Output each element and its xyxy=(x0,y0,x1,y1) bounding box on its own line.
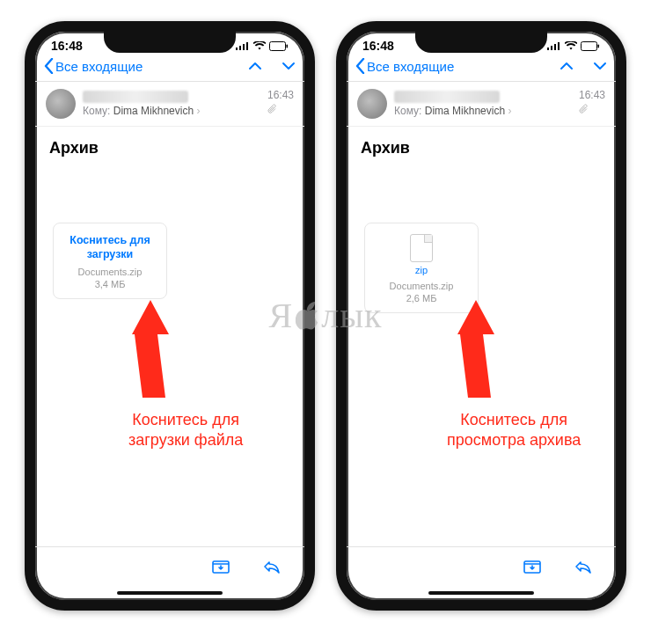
attachment-icon xyxy=(267,104,294,114)
message-header[interactable]: Кому: Dima Mikhnevich › 16:43 xyxy=(35,82,304,127)
annotation-caption: Коснитесь для загрузки файла xyxy=(128,410,243,451)
svg-rect-12 xyxy=(598,44,600,48)
chevron-left-icon xyxy=(355,58,365,74)
message-header[interactable]: Кому: Dima Mikhnevich › 16:43 xyxy=(347,82,616,127)
status-icons xyxy=(547,39,600,53)
home-indicator[interactable] xyxy=(117,591,223,595)
status-icons xyxy=(236,39,289,53)
attachment-icon xyxy=(579,104,605,114)
archive-button[interactable] xyxy=(211,558,230,575)
signal-icon xyxy=(236,41,250,50)
attachment-filename: Documents.zip xyxy=(59,267,161,277)
wifi-icon xyxy=(565,41,577,50)
attachment-size: 2,6 МБ xyxy=(370,293,472,304)
back-button[interactable]: Все входящие xyxy=(355,58,454,74)
file-icon: zip xyxy=(370,234,472,275)
battery-icon xyxy=(581,41,600,51)
next-message-button[interactable] xyxy=(593,59,607,73)
svg-rect-3 xyxy=(246,42,248,50)
email-subject: Архив xyxy=(347,127,616,161)
recipient-line: Кому: Dima Mikhnevich › xyxy=(394,105,511,117)
archive-button[interactable] xyxy=(523,558,542,575)
back-button[interactable]: Все входящие xyxy=(44,58,143,74)
svg-rect-10 xyxy=(558,42,560,50)
svg-rect-4 xyxy=(270,41,286,50)
message-time: 16:43 xyxy=(579,89,605,101)
svg-rect-8 xyxy=(551,46,552,50)
svg-rect-7 xyxy=(547,48,549,50)
nav-bar: Все входящие xyxy=(347,55,616,82)
notch xyxy=(415,30,547,53)
signal-icon xyxy=(547,41,561,50)
phone-right: 16:48 Все входящие Кому: xyxy=(336,21,626,611)
avatar xyxy=(46,89,76,119)
prev-message-button[interactable] xyxy=(248,59,262,73)
svg-rect-5 xyxy=(287,44,289,48)
message-time: 16:43 xyxy=(267,89,294,101)
chevron-left-icon xyxy=(44,58,54,74)
sender-name-redacted xyxy=(83,91,188,103)
status-time: 16:48 xyxy=(51,39,83,53)
svg-rect-0 xyxy=(236,48,238,50)
reply-button[interactable] xyxy=(262,558,282,575)
back-label: Все входящие xyxy=(55,59,143,74)
svg-rect-9 xyxy=(554,44,556,50)
tap-to-download: Коснитесь для загрузки xyxy=(59,234,161,261)
annotation-arrow xyxy=(120,296,181,401)
svg-rect-2 xyxy=(243,44,245,50)
reply-button[interactable] xyxy=(574,558,593,575)
svg-rect-11 xyxy=(582,41,597,50)
annotation-caption: Коснитесь для просмотра архива xyxy=(447,410,581,451)
home-indicator[interactable] xyxy=(428,591,534,595)
back-label: Все входящие xyxy=(367,59,454,74)
battery-icon xyxy=(269,41,289,51)
attachment-filename: Documents.zip xyxy=(370,281,472,291)
notch xyxy=(104,30,236,53)
recipient-line: Кому: Dima Mikhnevich › xyxy=(83,105,200,117)
status-time: 16:48 xyxy=(362,39,394,53)
nav-bar: Все входящие xyxy=(35,55,304,82)
attachment-tile[interactable]: Коснитесь для загрузки Documents.zip 3,4… xyxy=(53,223,167,299)
sender-name-redacted xyxy=(394,91,500,103)
avatar xyxy=(357,89,387,119)
prev-message-button[interactable] xyxy=(560,59,574,73)
attachment-size: 3,4 МБ xyxy=(59,279,161,289)
next-message-button[interactable] xyxy=(282,59,296,73)
wifi-icon xyxy=(253,41,266,50)
phone-left: 16:48 Все входящие Кому: xyxy=(25,21,315,611)
email-subject: Архив xyxy=(35,127,304,161)
attachment-tile[interactable]: zip Documents.zip 2,6 МБ xyxy=(364,223,479,313)
svg-rect-1 xyxy=(239,46,241,50)
